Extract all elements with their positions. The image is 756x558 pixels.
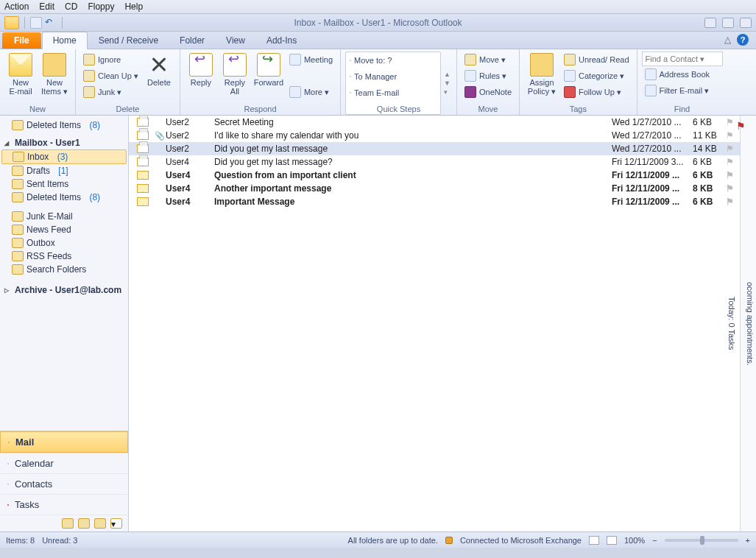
- categorize-button[interactable]: Categorize ▾: [561, 68, 632, 84]
- meeting-button[interactable]: Meeting: [286, 52, 336, 68]
- tab-addins[interactable]: Add-Ins: [256, 32, 307, 49]
- tree-deleted-top[interactable]: Deleted Items (8): [1, 119, 127, 132]
- qs-tomanager[interactable]: To Manager: [346, 68, 440, 85]
- message-size: 6 KB: [693, 197, 722, 207]
- onenote-button[interactable]: OneNote: [462, 84, 515, 100]
- nav-switch: Mail Calendar Contacts Tasks ▾: [0, 431, 128, 531]
- menu-floppy[interactable]: Floppy: [88, 1, 114, 12]
- find-contact-input[interactable]: Find a Contact ▾: [642, 52, 723, 66]
- followup-button[interactable]: Follow Up ▾: [561, 84, 632, 100]
- message-size: 6 KB: [693, 157, 722, 167]
- move-button[interactable]: Move ▾: [462, 52, 515, 68]
- address-book-button[interactable]: Address Book: [642, 66, 723, 82]
- read-mail-icon: [137, 158, 149, 166]
- read-mail-icon: [137, 144, 149, 153]
- rules-button[interactable]: Rules ▾: [462, 68, 515, 84]
- notes-icon[interactable]: [62, 518, 74, 529]
- message-size: 11 KB: [693, 130, 722, 141]
- filter-email-button[interactable]: Filter E-mail ▾: [642, 82, 723, 99]
- folder-icon: [12, 166, 24, 176]
- message-row[interactable]: User4Did you get my last message?Fri 12/…: [129, 155, 740, 169]
- menu-cd[interactable]: CD: [65, 1, 77, 12]
- view-normal-icon[interactable]: [589, 536, 599, 545]
- message-row[interactable]: 📎User2I'd like to share my calendar with…: [129, 129, 740, 142]
- qs-up-icon[interactable]: ▲: [444, 71, 451, 78]
- menu-action[interactable]: Action: [4, 1, 29, 12]
- tab-folder[interactable]: Folder: [169, 32, 215, 49]
- navbtn-tasks[interactable]: Tasks: [0, 494, 128, 515]
- unread-mail-icon: [137, 197, 149, 206]
- message-date: Wed 1/27/2010 ...: [612, 144, 693, 154]
- folder-icon: [12, 251, 24, 261]
- qat-titlebar: ↶ Inbox - Mailbox - User1 - Microsoft Ou…: [0, 14, 756, 32]
- tree-item-junk-e-mail[interactable]: Junk E-Mail: [1, 210, 127, 223]
- outlook-icon[interactable]: [4, 16, 19, 29]
- qs-moveto[interactable]: Move to: ?: [346, 52, 440, 68]
- close-button[interactable]: [740, 18, 752, 28]
- unread-read-button[interactable]: Unread/ Read: [561, 52, 632, 68]
- message-from: User4: [166, 183, 214, 194]
- zoom-out-button[interactable]: −: [652, 536, 657, 545]
- zoom-slider[interactable]: [665, 539, 738, 542]
- group-quicksteps: Move to: ? To Manager Team E-mail ▲ ▼ ▾ …: [341, 49, 457, 115]
- qs-down-icon[interactable]: ▼: [444, 80, 451, 87]
- tab-home[interactable]: Home: [42, 32, 88, 49]
- ribbon: New E-mail New Items ▾ New Ignore Clean …: [0, 49, 756, 116]
- message-list[interactable]: User2Secret MeetingWed 1/27/2010 ...6 KB…: [129, 116, 740, 531]
- qs-teamemail[interactable]: Team E-mail: [346, 85, 440, 101]
- tree-item-search-folders[interactable]: Search Folders: [1, 263, 127, 276]
- main-area: Deleted Items (8) Mailbox - User1 Inbox …: [0, 116, 756, 531]
- tree-item-deleted-items[interactable]: Deleted Items (8): [1, 191, 127, 204]
- ribbon-minimize-icon[interactable]: △: [724, 35, 731, 45]
- message-row[interactable]: User4Question from an important clientFr…: [129, 169, 740, 182]
- message-subject: Important Message: [214, 197, 612, 207]
- message-subject: I'd like to share my calendar with you: [214, 130, 612, 141]
- message-from: User2: [166, 130, 214, 141]
- message-from: User4: [166, 197, 214, 207]
- tree-mailbox-head[interactable]: Mailbox - User1: [1, 136, 127, 149]
- cleanup-button[interactable]: Clean Up ▾: [80, 68, 141, 84]
- tree-item-outbox[interactable]: Outbox: [1, 236, 127, 250]
- group-new: New E-mail New Items ▾ New: [0, 49, 76, 115]
- tree-item-inbox[interactable]: Inbox (3): [1, 149, 127, 164]
- tree-item-rss-feeds[interactable]: RSS Feeds: [1, 250, 127, 263]
- tab-send-receive[interactable]: Send / Receive: [88, 32, 169, 49]
- menu-edit[interactable]: Edit: [39, 1, 54, 12]
- message-row[interactable]: User2Did you get my last messageWed 1/27…: [129, 142, 740, 155]
- status-bar: Items: 8 Unread: 3 All folders are up to…: [0, 531, 756, 548]
- message-row[interactable]: User4Important MessageFri 12/11/2009 ...…: [129, 195, 740, 208]
- help-icon[interactable]: ?: [737, 34, 749, 46]
- tab-file[interactable]: File: [2, 32, 41, 49]
- view-reading-icon[interactable]: [607, 536, 617, 545]
- qat-undo-icon[interactable]: ↶: [45, 17, 57, 29]
- qs-launcher-icon[interactable]: ▾: [444, 88, 451, 96]
- junk-button[interactable]: Junk ▾: [80, 84, 141, 100]
- message-from: User2: [166, 117, 214, 127]
- navbtn-contacts[interactable]: Contacts: [0, 473, 128, 494]
- folder-icon: [12, 225, 24, 235]
- shortcuts-icon[interactable]: [94, 518, 106, 529]
- group-delete: Ignore Clean Up ▾ Junk ▾ Delete Delete: [76, 49, 180, 115]
- navbtn-mail[interactable]: Mail: [0, 431, 128, 453]
- todo-bar[interactable]: ocoming appointments. ⚑ Today: 0 Tasks: [740, 116, 756, 531]
- configure-buttons-icon[interactable]: ▾: [110, 518, 122, 529]
- ignore-button[interactable]: Ignore: [80, 52, 141, 68]
- maximize-button[interactable]: [722, 18, 734, 28]
- navbtn-calendar[interactable]: Calendar: [0, 453, 128, 473]
- minimize-button[interactable]: [704, 18, 716, 28]
- message-row[interactable]: User2Secret MeetingWed 1/27/2010 ...6 KB…: [129, 116, 740, 129]
- tree-archive-head[interactable]: Archive - User1@lab.com: [1, 283, 127, 297]
- folders-icon[interactable]: [78, 518, 90, 529]
- tab-view[interactable]: View: [216, 32, 255, 49]
- status-connected: Connected to Microsoft Exchange: [460, 536, 582, 545]
- message-row[interactable]: User4Another important messageFri 12/11/…: [129, 182, 740, 195]
- tree-item-sent-items[interactable]: Sent Items: [1, 177, 127, 191]
- zoom-in-button[interactable]: +: [746, 536, 750, 545]
- qat-send-receive-icon[interactable]: [30, 17, 42, 29]
- tree-item-news-feed[interactable]: News Feed: [1, 223, 127, 236]
- folder-tree: Deleted Items (8) Mailbox - User1 Inbox …: [0, 116, 128, 431]
- message-size: 6 KB: [693, 117, 722, 127]
- more-respond-button[interactable]: More ▾: [286, 84, 336, 100]
- menu-help[interactable]: Help: [124, 1, 143, 12]
- tree-item-drafts[interactable]: Drafts [1]: [1, 164, 127, 177]
